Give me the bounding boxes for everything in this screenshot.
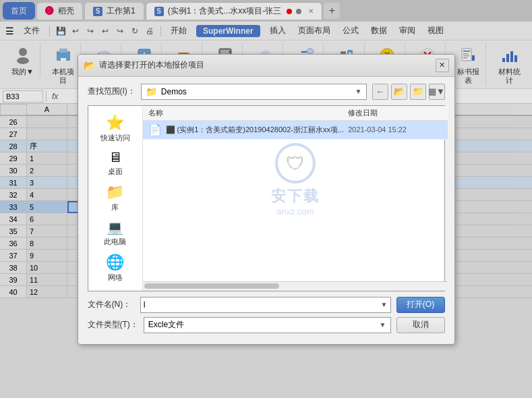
file-list-header: 名称 修改日期 [143, 106, 448, 121]
sidebar-item-computer[interactable]: 💻 此电脑 [88, 217, 142, 250]
sidebar-item-network[interactable]: 🌐 网络 [88, 251, 142, 285]
network-icon: 🌐 [106, 254, 124, 271]
view-toggle-button[interactable]: ▦▼ [429, 84, 445, 100]
dialog-toolbar: ← 📂 📁 ▦▼ [372, 84, 445, 100]
file-sidebar: ⭐ 快速访问 🖥 桌面 📁 库 💻 此电脑 [88, 106, 143, 291]
computer-label: 此电脑 [104, 237, 126, 247]
filetype-select[interactable]: Excle文件 ▼ [144, 317, 391, 333]
network-label: 网络 [108, 273, 123, 283]
col-header-date: 修改日期 [348, 108, 442, 118]
nav-up-button[interactable]: 📂 [391, 84, 407, 100]
dialog-title-icon: 📂 [84, 60, 95, 71]
filetype-arrow: ▼ [380, 321, 386, 329]
file-main-area: 名称 修改日期 📄 ⬛ (实例1：含美式箱变)20190428002-浙江丽水x… [143, 106, 448, 291]
file-name-text: ⬛ (实例1：含美式箱变)20190428002-浙江丽水xx项... [166, 125, 345, 135]
filetype-value: Excle文件 [148, 319, 184, 331]
watermark-shield: 🛡 [275, 143, 316, 183]
filetype-row: 文件类型(T)： Excle文件 ▼ 取消 [88, 317, 445, 333]
shield-icon: 🛡 [286, 152, 305, 175]
dialog-title-bar: 📂 请选择要打开的本地报价项目 ✕ [78, 55, 454, 77]
filetype-label: 文件类型(T)： [88, 319, 138, 331]
cancel-button[interactable]: 取消 [396, 317, 445, 333]
sidebar-item-desktop[interactable]: 🖥 桌面 [88, 147, 142, 179]
desktop-label: 桌面 [108, 167, 123, 177]
sidebar-item-library[interactable]: 📁 库 [88, 181, 142, 215]
dialog-close-button[interactable]: ✕ [436, 59, 449, 72]
quickaccess-label: 快速访问 [100, 133, 130, 143]
computer-icon: 💻 [107, 219, 123, 235]
file-icon: 📄 [148, 123, 162, 136]
folder-icon: 📁 [146, 86, 157, 97]
horizontal-scrollbar[interactable] [143, 281, 448, 291]
new-folder-button[interactable]: 📁 [410, 84, 426, 100]
filename-input-container[interactable]: ▼ [140, 297, 391, 313]
library-label: 库 [111, 202, 119, 212]
filename-input[interactable] [144, 300, 381, 310]
watermark-area: 🛡 安下载 anxz.com [143, 140, 448, 221]
dialog-title-text: 请选择要打开的本地报价项目 [99, 59, 204, 71]
dialog-body: 查找范围(I)： 📁 Demos ▼ ← 📂 📁 ▦▼ [78, 77, 454, 344]
path-dropdown[interactable]: 📁 Demos ▼ [141, 84, 367, 100]
quickaccess-icon: ⭐ [106, 114, 124, 132]
dialog-path-row: 查找范围(I)： 📁 Demos ▼ ← 📂 📁 ▦▼ [88, 84, 445, 100]
filename-label: 文件名(N)： [88, 299, 135, 310]
search-label: 查找范围(I)： [88, 86, 136, 97]
dropdown-arrow: ▼ [355, 88, 362, 95]
filename-dropdown-arrow: ▼ [381, 301, 388, 308]
scrollbar-thumb[interactable] [144, 283, 279, 289]
file-date-text: 2021-03-04 15:22 [348, 125, 442, 134]
sidebar-item-quickaccess[interactable]: ⭐ 快速访问 [88, 111, 142, 146]
nav-back-button[interactable]: ← [372, 84, 388, 100]
file-list-area: ⭐ 快速访问 🖥 桌面 📁 库 💻 此电脑 [88, 105, 445, 291]
filename-row: 文件名(N)： ▼ 打开(O) [88, 297, 445, 313]
watermark-content: 🛡 安下载 anxz.com [271, 143, 320, 217]
file-list-scroll[interactable]: 📄 ⬛ (实例1：含美式箱变)20190428002-浙江丽水xx项... 20… [143, 121, 448, 281]
dialog-title-left: 📂 请选择要打开的本地报价项目 [84, 59, 204, 71]
open-button[interactable]: 打开(O) [396, 297, 445, 313]
col-header-name: 名称 [148, 108, 349, 118]
open-file-dialog: 📂 请选择要打开的本地报价项目 ✕ 查找范围(I)： 📁 Demos ▼ ← 📂… [78, 54, 455, 345]
watermark-text2: anxz.com [276, 206, 314, 217]
desktop-icon: 🖥 [109, 150, 122, 165]
dialog-overlay: 📂 请选择要打开的本地报价项目 ✕ 查找范围(I)： 📁 Demos ▼ ← 📂… [0, 0, 532, 398]
library-icon: 📁 [106, 183, 124, 201]
watermark-text1: 安下载 [271, 186, 320, 206]
current-path-text: Demos [161, 87, 187, 96]
list-item[interactable]: 📄 ⬛ (实例1：含美式箱变)20190428002-浙江丽水xx项... 20… [143, 121, 448, 140]
